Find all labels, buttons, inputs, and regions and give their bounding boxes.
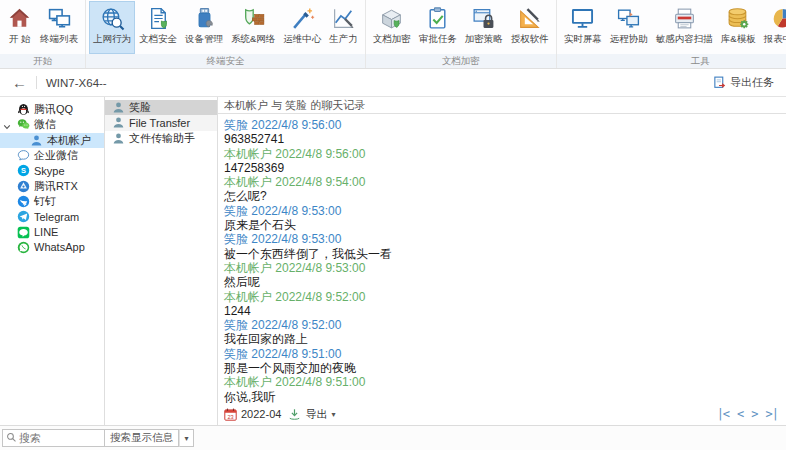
system-network-icon bbox=[241, 4, 266, 32]
pager-first-button[interactable]: |< bbox=[717, 407, 729, 421]
skype-icon: S bbox=[17, 164, 30, 177]
ribbon-group-items: 实时屏幕远程协助敏感内容扫描库&模板报表中心更多... bbox=[557, 0, 786, 54]
terminal-name: WIN7-X64-- bbox=[46, 77, 107, 89]
report-icon bbox=[770, 4, 786, 32]
ribbon-item-content-scan[interactable]: 敏感内容扫描 bbox=[652, 1, 717, 54]
ribbon-item-label: 系统&网络 bbox=[231, 33, 275, 45]
sidebar-item-line[interactable]: LINE bbox=[0, 224, 104, 239]
message-sender: 笑脸 bbox=[224, 118, 248, 132]
month-picker[interactable]: 23 2022-04 bbox=[224, 408, 281, 421]
contact-item-label: 笑脸 bbox=[129, 100, 151, 115]
main-content: 腾讯QQ微信本机帐户企业微信SSkype腾讯RTX钉钉TelegramLINEW… bbox=[0, 97, 786, 425]
message-time: 2022/4/8 9:54:00 bbox=[275, 175, 365, 189]
contact-item-label: 文件传输助手 bbox=[129, 131, 195, 146]
sidebar-item-label: 钉钉 bbox=[34, 194, 56, 209]
search-input[interactable] bbox=[19, 432, 99, 444]
sidebar-item-local-account[interactable]: 本机帐户 bbox=[0, 133, 104, 148]
ribbon-item-device-mgmt[interactable]: 设备管理 bbox=[181, 1, 227, 54]
tree-expander-icon[interactable] bbox=[3, 121, 11, 133]
chat-footer: 23 2022-04 导出 ▾ |< < > >| bbox=[218, 405, 786, 425]
app-sidebar: 腾讯QQ微信本机帐户企业微信SSkype腾讯RTX钉钉TelegramLINEW… bbox=[0, 97, 105, 425]
ribbon-item-productivity[interactable]: 生产力 bbox=[325, 1, 362, 54]
ribbon-item-terminal-list[interactable]: 终端列表 bbox=[36, 1, 82, 54]
doc-encrypt-icon bbox=[379, 4, 404, 32]
search-scope-button[interactable]: 搜索显示信息 bbox=[105, 429, 179, 447]
contact-item-smiley[interactable]: 笑脸 bbox=[105, 100, 217, 115]
person-icon bbox=[30, 134, 43, 147]
sidebar-item-wechat[interactable]: 微信 bbox=[0, 117, 104, 132]
ribbon-group-0: 开 始终端列表开始 bbox=[0, 0, 86, 68]
message-header: 本机帐户 2022/4/8 9:54:00 bbox=[224, 175, 778, 189]
message-header: 本机帐户 2022/4/8 9:51:00 bbox=[224, 375, 778, 389]
ribbon-item-start[interactable]: 开 始 bbox=[3, 1, 36, 54]
chat-message: 本机帐户 2022/4/8 9:56:00147258369 bbox=[224, 147, 778, 176]
sidebar-item-dingtalk[interactable]: 钉钉 bbox=[0, 194, 104, 209]
message-time: 2022/4/8 9:52:00 bbox=[275, 290, 365, 304]
sidebar-item-label: 本机帐户 bbox=[47, 133, 91, 148]
message-header: 笑脸 2022/4/8 9:53:00 bbox=[224, 204, 778, 218]
ribbon-item-doc-security[interactable]: 文档安全 bbox=[135, 1, 181, 54]
pager-last-button[interactable]: >| bbox=[766, 407, 778, 421]
qq-icon bbox=[17, 103, 30, 116]
ribbon-item-realtime-screen[interactable]: 实时屏幕 bbox=[560, 1, 606, 54]
chat-message: 笑脸 2022/4/8 9:56:00963852741 bbox=[224, 118, 778, 147]
chat-message: 笑脸 2022/4/8 9:53:00被一个东西绊倒了，我低头一看 bbox=[224, 232, 778, 261]
export-tasks-label: 导出任务 bbox=[730, 75, 774, 90]
pager-next-button[interactable]: > bbox=[751, 407, 757, 421]
pager-prev-button[interactable]: < bbox=[737, 407, 743, 421]
message-header: 本机帐户 2022/4/8 9:53:00 bbox=[224, 261, 778, 275]
sidebar-item-qq[interactable]: 腾讯QQ bbox=[0, 102, 104, 117]
message-text: 你说,我听 bbox=[224, 390, 778, 404]
message-text: 被一个东西绊倒了，我低头一看 bbox=[224, 247, 778, 261]
ribbon-item-remote-assist[interactable]: 远程协助 bbox=[606, 1, 652, 54]
ribbon-item-approval-tasks[interactable]: 审批任务 bbox=[415, 1, 461, 54]
message-header: 笑脸 2022/4/8 9:53:00 bbox=[224, 232, 778, 246]
ribbon-item-web-behavior[interactable]: 上网行为 bbox=[89, 1, 135, 54]
ribbon-item-system-network[interactable]: 系统&网络 bbox=[227, 1, 279, 54]
sidebar-item-whatsapp[interactable]: WhatsApp bbox=[0, 240, 104, 255]
contact-item-file-transfer[interactable]: File Transfer bbox=[105, 115, 217, 130]
productivity-icon bbox=[331, 4, 356, 32]
search-box bbox=[2, 429, 105, 447]
ribbon-item-label: 上网行为 bbox=[93, 33, 131, 45]
ribbon-item-licensed-software[interactable]: 授权软件 bbox=[507, 1, 553, 54]
sidebar-item-label: 企业微信 bbox=[34, 148, 78, 163]
ribbon-item-label: 报表中心 bbox=[764, 33, 786, 45]
ribbon-item-ops-center[interactable]: 运维中心 bbox=[279, 1, 325, 54]
message-time: 2022/4/8 9:56:00 bbox=[275, 147, 365, 161]
svg-text:23: 23 bbox=[227, 413, 233, 419]
sidebar-item-skype[interactable]: SSkype bbox=[0, 163, 104, 178]
ribbon-item-label: 文档加密 bbox=[373, 33, 411, 45]
device-mgmt-icon bbox=[192, 4, 217, 32]
ribbon-item-library-templates[interactable]: 库&模板 bbox=[717, 1, 760, 54]
scope-dropdown-caret[interactable]: ▾ bbox=[179, 429, 194, 447]
export-tasks-button[interactable]: 导出任务 bbox=[713, 75, 774, 90]
bottom-bar: 搜索显示信息 ▾ bbox=[0, 425, 786, 450]
contact-list: 笑脸File Transfer文件传输助手 bbox=[105, 97, 218, 425]
ribbon-item-encrypt-policy[interactable]: 加密策略 bbox=[461, 1, 507, 54]
sidebar-item-label: 微信 bbox=[34, 117, 56, 132]
export-button[interactable]: 导出 ▾ bbox=[288, 407, 335, 422]
sidebar-item-label: Telegram bbox=[34, 211, 79, 223]
sidebar-item-wecom[interactable]: 企业微信 bbox=[0, 148, 104, 163]
message-sender: 本机帐户 bbox=[224, 261, 272, 275]
message-text: 那是一个风雨交加的夜晚 bbox=[224, 361, 778, 375]
remote-icon bbox=[616, 4, 641, 32]
ribbon-item-label: 运维中心 bbox=[283, 33, 321, 45]
pagination: |< < > >| bbox=[717, 407, 778, 421]
whatsapp-icon bbox=[17, 241, 30, 254]
sidebar-item-label: WhatsApp bbox=[34, 241, 85, 253]
web-behavior-icon bbox=[100, 4, 125, 32]
ribbon-item-report-center[interactable]: 报表中心 bbox=[760, 1, 786, 54]
nav-divider bbox=[36, 76, 37, 89]
rtx-icon bbox=[17, 180, 30, 193]
sidebar-item-rtx[interactable]: 腾讯RTX bbox=[0, 178, 104, 193]
ribbon-item-doc-encrypt[interactable]: 文档加密 bbox=[369, 1, 415, 54]
sidebar-item-telegram[interactable]: Telegram bbox=[0, 209, 104, 224]
library-icon bbox=[726, 4, 751, 32]
back-button[interactable]: ← bbox=[12, 75, 27, 90]
message-time: 2022/4/8 9:53:00 bbox=[251, 204, 341, 218]
message-time: 2022/4/8 9:56:00 bbox=[251, 118, 341, 132]
ribbon-group-items: 开 始终端列表 bbox=[0, 0, 85, 54]
contact-item-file-helper[interactable]: 文件传输助手 bbox=[105, 131, 217, 146]
